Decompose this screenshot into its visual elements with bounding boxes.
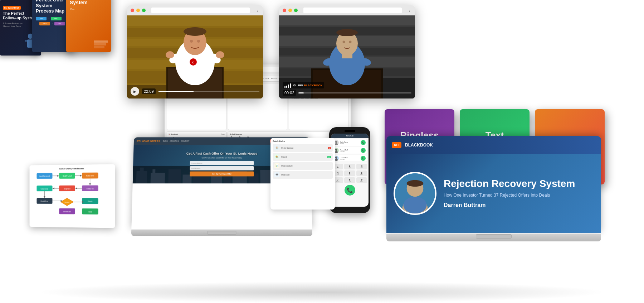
ground-shadow	[36, 282, 608, 303]
key-8[interactable]: 8TUV	[344, 177, 355, 183]
svg-point-105	[335, 151, 338, 153]
video-progress-right	[298, 92, 411, 93]
svg-rect-89	[151, 173, 165, 184]
svg-point-12	[184, 27, 206, 36]
svg-text:Negotiate: Negotiate	[64, 188, 71, 190]
rej-logo: REI	[392, 142, 401, 148]
svg-point-103	[335, 143, 338, 145]
video-progress-fill-right	[298, 92, 304, 93]
laptop-rejection: REI BLACKBOOK Re	[386, 136, 601, 251]
dial-btn-3[interactable]: 📞	[361, 156, 366, 161]
ql-item-closed: 🏡 Closed 21	[273, 153, 333, 161]
website-logo: STL HOME OFFERS	[137, 140, 160, 143]
video-content-right: ⚙ REI BLACKBOOK 00:02	[279, 15, 415, 98]
dial-btn-1[interactable]: 📞	[361, 140, 366, 145]
form-email[interactable]: Email Address	[190, 166, 254, 170]
video-right-info: ⚙ REI BLACKBOOK	[283, 82, 324, 88]
video-time-right: 00:02	[283, 90, 296, 96]
house-icon: 🏠	[274, 145, 279, 150]
svg-text:Lead Received: Lead Received	[39, 175, 50, 177]
add-icon: ➕	[274, 172, 279, 177]
laptop-trackpad	[207, 231, 236, 235]
svg-marker-55	[80, 175, 82, 177]
call-action-area: 📞	[332, 185, 367, 196]
ql-item-under-contract: 🏠 Under Contract 1	[273, 144, 333, 152]
video-content-left: C ▶ 22:09	[127, 15, 263, 98]
svg-rect-22	[279, 15, 415, 25]
dot-red	[131, 9, 134, 12]
analyze-icon: 📊	[274, 163, 279, 168]
laptop-rej-screen: REI BLACKBOOK Re	[386, 136, 601, 233]
key-3[interactable]: 3DEF	[356, 164, 367, 169]
video-controls-right: ⚙ REI BLACKBOOK 00:02	[283, 83, 411, 96]
leads-today: Today	[221, 134, 224, 135]
key-2[interactable]: 2ABC	[344, 164, 355, 169]
laptop-nav-items: BLOG ABOUT US CONTACT	[163, 140, 189, 142]
leads-header: 📊 New Leads Today	[169, 133, 225, 136]
ql-badge-1: 1	[328, 147, 331, 149]
hero-title: Get A Fast Cash Offer On Your St. Louis …	[186, 152, 257, 156]
svg-point-107	[335, 159, 338, 161]
dial-btn-2[interactable]: 📞	[361, 148, 366, 153]
ql-item-quick-add[interactable]: ➕ Quick Add	[273, 171, 333, 179]
hero-sub: Get A Fast & Fair Cash Offer On Your Hou…	[202, 157, 242, 159]
svg-point-18	[216, 51, 224, 58]
key-9[interactable]: 9WXYZ	[356, 177, 367, 183]
form-address[interactable]: Property Address	[190, 161, 254, 165]
video-time-left: 22:09	[142, 88, 156, 94]
video-right: ⋮	[279, 5, 415, 98]
svg-point-106	[335, 157, 337, 159]
svg-point-111	[407, 180, 424, 187]
darren-avatar	[395, 172, 435, 215]
dot-green	[142, 9, 146, 12]
book-orange-subtitle: In...	[70, 7, 107, 10]
video-left: ⋮	[127, 5, 263, 98]
svg-point-112	[403, 197, 426, 213]
svg-text:Wholesale: Wholesale	[63, 211, 71, 213]
book-orange: Perfect Offer System In...	[66, 0, 111, 52]
play-btn-left[interactable]: ▶	[131, 87, 139, 96]
key-6[interactable]: 6MNO	[356, 170, 367, 176]
contact-info-2: Recent Call 2 min ago	[340, 149, 360, 152]
key-5[interactable]: 5JKL	[344, 170, 355, 176]
rej-content: Rejection Recovery System How One Invest…	[386, 154, 601, 233]
contact-info-3: Lead Follow 5 min ago	[340, 157, 360, 160]
ql-item-quick-analyze[interactable]: 📊 Quick Analyze	[273, 162, 333, 170]
nav-resources: Resources ▾	[270, 78, 279, 80]
phone-frame: New Call Caller Name Incoming 📞	[329, 127, 370, 213]
svg-rect-87	[136, 171, 147, 184]
video-controls-left: ▶ 22:09	[131, 87, 259, 96]
phone-keypad: 1 2ABC 3DEF 4GHI 5JKL 6MNO 7PQRS 8TUV 9W…	[332, 164, 367, 183]
svg-text:Follow Up: Follow Up	[87, 188, 94, 189]
svg-rect-90	[152, 169, 155, 173]
dot-yellow-r	[288, 9, 292, 12]
svg-text:Close Deal: Close Deal	[41, 188, 48, 190]
ql-under-contract: Under Contract	[281, 147, 293, 149]
browser-url-bar	[151, 8, 250, 13]
svg-rect-91	[168, 169, 181, 183]
svg-point-102	[335, 141, 337, 143]
laptop-rej-trackpad	[476, 234, 512, 239]
rej-photo	[394, 172, 436, 215]
laptop-form: Property Address Email Address Get My Fa…	[190, 161, 254, 177]
contact-detail-2: 2 min ago	[340, 151, 360, 152]
svg-point-17	[166, 51, 174, 58]
svg-marker-63	[75, 187, 77, 189]
rej-title: Rejection Recovery System	[444, 178, 594, 189]
svg-point-34	[336, 29, 358, 36]
svg-rect-88	[140, 168, 144, 171]
ql-quick-add: Quick Add	[281, 174, 289, 176]
svg-point-13	[190, 40, 193, 43]
ql-closed: Closed	[281, 156, 287, 158]
contact-info-1: Caller Name Incoming	[340, 141, 360, 144]
phone-notch	[345, 130, 355, 132]
rej-text: Rejection Recovery System How One Invest…	[444, 178, 594, 208]
nav-about: ABOUT US	[170, 140, 179, 142]
phone-contact-2: Recent Call 2 min ago 📞	[332, 147, 367, 154]
rej-author: Darren Buttram	[444, 202, 594, 208]
dot-yellow	[136, 9, 140, 12]
green-call-btn[interactable]: 📞	[345, 185, 355, 196]
form-submit[interactable]: Get My Fair Cash Offer	[190, 172, 254, 177]
svg-point-14	[197, 40, 200, 43]
dot-green-r	[294, 9, 298, 12]
